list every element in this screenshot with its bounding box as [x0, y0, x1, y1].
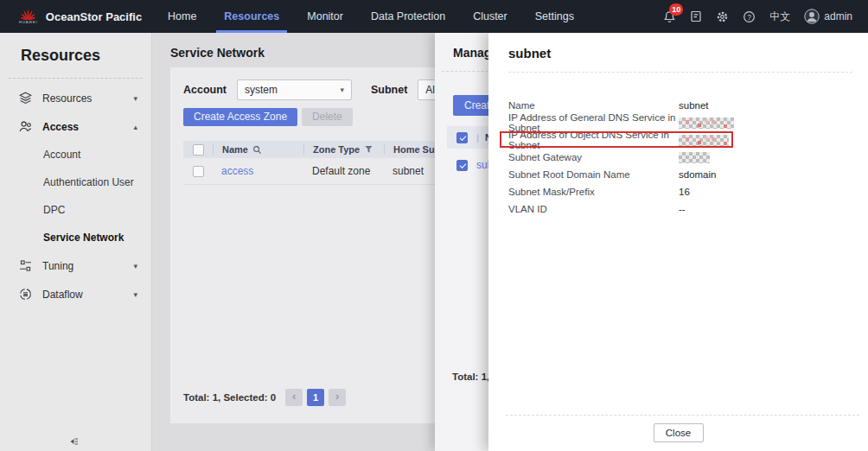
- sidebar-item-label: Resources: [42, 92, 92, 105]
- previous-page-button[interactable]: [285, 389, 303, 406]
- sidebar-item-label: Dataflow: [42, 289, 83, 301]
- detail-panel-divider: [508, 72, 852, 73]
- document-icon[interactable]: [690, 10, 702, 22]
- detail-row-general-dns: IP Address of General DNS Service in Sub…: [508, 114, 852, 131]
- filter-icon[interactable]: [364, 145, 373, 154]
- chevron-down-icon: [133, 262, 137, 270]
- dataflow-icon: [19, 288, 32, 301]
- pagination-summary: Total: 1, Selected: 0: [183, 392, 276, 403]
- sidebar: Resources Resources Access Account Authe…: [0, 33, 152, 451]
- sidebar-item-resources[interactable]: Resources: [0, 84, 151, 112]
- bell-icon[interactable]: 10: [663, 10, 676, 23]
- access-zone-link[interactable]: access: [221, 165, 253, 177]
- huawei-flower-icon: [21, 9, 35, 20]
- avatar: [804, 9, 820, 24]
- account-select[interactable]: system: [237, 79, 352, 100]
- sliders-icon: [19, 259, 32, 272]
- nav-monitor[interactable]: Monitor: [307, 0, 343, 33]
- nav-resources[interactable]: Resources: [224, 0, 279, 33]
- manage-table-row: subnet: [447, 152, 488, 178]
- sidebar-item-account[interactable]: Account: [0, 141, 151, 168]
- app-screen: HUAWEI OceanStor Pacific Home Resources …: [0, 0, 868, 451]
- pagination: Total: 1, Selected: 0 1: [183, 389, 346, 406]
- select-all-checkbox[interactable]: [193, 144, 204, 156]
- sidebar-item-label: Access: [42, 121, 79, 133]
- zone-type-value: Default zone: [312, 165, 370, 177]
- manage-panel-divider: [442, 71, 488, 72]
- chevron-down-icon: [340, 86, 344, 94]
- create-button[interactable]: Create: [453, 95, 488, 116]
- subnet-label: Subnet: [371, 84, 407, 96]
- primary-nav: Home Resources Monitor Data Protection C…: [168, 0, 574, 33]
- chevron-down-icon: [133, 94, 137, 103]
- redacted-ip-value: [679, 118, 734, 129]
- sidebar-divider: [9, 78, 143, 79]
- language-toggle[interactable]: 中文: [769, 10, 790, 24]
- chevron-up-icon: [133, 123, 137, 131]
- detail-row-root-domain: Subnet Root Domain Name sdomain: [508, 166, 852, 183]
- huawei-logo-text: HUAWEI: [19, 21, 38, 24]
- select-all-checkbox[interactable]: [456, 132, 468, 143]
- people-icon: [19, 120, 32, 133]
- next-page-button[interactable]: [329, 389, 346, 406]
- redacted-gateway-value: [679, 152, 710, 163]
- column-name: Name: [222, 144, 248, 155]
- search-icon[interactable]: [252, 145, 262, 155]
- subnet-link[interactable]: subnet: [476, 159, 488, 171]
- account-select-value: system: [245, 84, 278, 96]
- manage-table-header: | Name: [447, 126, 488, 149]
- sidebar-item-label: Tuning: [42, 260, 73, 272]
- nav-home[interactable]: Home: [168, 0, 196, 33]
- detail-row-object-dns: IP Address of Object DNS Service in Subn…: [508, 131, 852, 149]
- navbar-actions: 10 ? 中文: [663, 9, 852, 24]
- nav-data-protection[interactable]: Data Protection: [371, 0, 445, 33]
- chevron-down-icon: [133, 290, 137, 299]
- svg-text:?: ?: [747, 12, 751, 21]
- page-number-button[interactable]: 1: [307, 389, 324, 406]
- manage-pagination-summary: Total: 1, Selected: 0: [452, 372, 488, 382]
- top-navbar: HUAWEI OceanStor Pacific Home Resources …: [0, 0, 868, 33]
- product-name: OceanStor Pacific: [46, 10, 142, 23]
- sidebar-item-dataflow[interactable]: Dataflow: [0, 280, 151, 308]
- notification-badge: 10: [669, 3, 683, 16]
- layers-icon: [19, 92, 32, 105]
- nav-cluster[interactable]: Cluster: [473, 0, 507, 33]
- sidebar-item-authentication-user[interactable]: Authentication User: [0, 168, 151, 196]
- action-buttons: Create Access Zone Delete: [183, 108, 353, 126]
- brand: HUAWEI OceanStor Pacific: [19, 9, 156, 24]
- column-zone-type: Zone Type: [313, 144, 360, 155]
- username: admin: [824, 10, 852, 22]
- detail-row-vlan-id: VLAN ID --: [508, 200, 852, 218]
- detail-row-gateway: Subnet Gateway: [508, 149, 852, 166]
- detail-rows: Name subnet IP Address of General DNS Se…: [508, 97, 852, 218]
- sidebar-collapse-icon[interactable]: [66, 436, 79, 447]
- delete-button[interactable]: Delete: [302, 108, 353, 126]
- close-button[interactable]: Close: [654, 423, 704, 442]
- row-checkbox[interactable]: [193, 166, 204, 177]
- redacted-ip-value: [679, 135, 729, 146]
- detail-row-mask-prefix: Subnet Mask/Prefix 16: [508, 183, 852, 200]
- create-access-zone-button[interactable]: Create Access Zone: [183, 108, 297, 126]
- sidebar-item-service-network[interactable]: Service Network: [0, 224, 151, 251]
- sidebar-item-tuning[interactable]: Tuning: [0, 251, 151, 280]
- user-menu[interactable]: admin: [804, 9, 852, 24]
- help-icon[interactable]: ?: [743, 10, 756, 23]
- detail-row-name: Name subnet: [508, 97, 852, 114]
- subnet-detail-panel: subnet Name subnet IP Address of General…: [488, 33, 868, 451]
- nav-settings[interactable]: Settings: [535, 0, 574, 33]
- manage-panel: Manage Create | Name subnet Total: 1, Se…: [435, 33, 488, 451]
- gear-icon[interactable]: [716, 10, 729, 23]
- sidebar-item-dpc[interactable]: DPC: [0, 196, 151, 224]
- row-checkbox[interactable]: [456, 160, 468, 171]
- detail-panel-title: subnet: [508, 46, 868, 60]
- footer-divider: [506, 415, 859, 416]
- account-label: Account: [183, 84, 227, 96]
- sidebar-title: Resources: [21, 47, 151, 65]
- home-subnet-value: subnet: [393, 165, 424, 177]
- huawei-logo: HUAWEI: [19, 9, 38, 24]
- manage-panel-title: Manage: [453, 46, 488, 60]
- sidebar-item-access[interactable]: Access: [0, 112, 151, 141]
- column-divider: |: [476, 132, 479, 143]
